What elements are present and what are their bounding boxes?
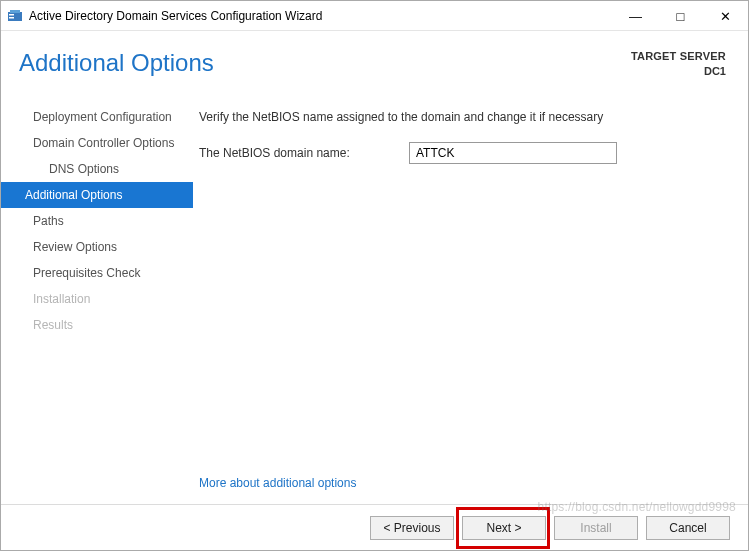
footer: < Previous Next > Install Cancel bbox=[1, 504, 748, 550]
cancel-button[interactable]: Cancel bbox=[646, 516, 730, 540]
netbios-row: The NetBIOS domain name: bbox=[199, 142, 718, 164]
instruction-text: Verify the NetBIOS name assigned to the … bbox=[199, 110, 718, 124]
target-server-block: TARGET SERVER DC1 bbox=[631, 49, 726, 80]
window-controls: — □ ✕ bbox=[613, 1, 748, 30]
sidebar-item-review-options[interactable]: Review Options bbox=[1, 234, 193, 260]
sidebar-item-prerequisites-check[interactable]: Prerequisites Check bbox=[1, 260, 193, 286]
previous-button[interactable]: < Previous bbox=[370, 516, 454, 540]
svg-rect-2 bbox=[9, 14, 14, 16]
sidebar-item-domain-controller-options[interactable]: Domain Controller Options bbox=[1, 130, 193, 156]
titlebar: Active Directory Domain Services Configu… bbox=[1, 1, 748, 31]
sidebar-item-deployment-configuration[interactable]: Deployment Configuration bbox=[1, 104, 193, 130]
header: Additional Options TARGET SERVER DC1 bbox=[1, 31, 748, 92]
netbios-label: The NetBIOS domain name: bbox=[199, 146, 409, 160]
sidebar-item-paths[interactable]: Paths bbox=[1, 208, 193, 234]
sidebar-item-results: Results bbox=[1, 312, 193, 338]
install-button[interactable]: Install bbox=[554, 516, 638, 540]
minimize-button[interactable]: — bbox=[613, 1, 658, 31]
app-icon bbox=[7, 8, 23, 24]
svg-rect-0 bbox=[8, 12, 22, 21]
sidebar-item-additional-options[interactable]: Additional Options bbox=[1, 182, 193, 208]
maximize-button[interactable]: □ bbox=[658, 1, 703, 31]
body: Deployment ConfigurationDomain Controlle… bbox=[1, 92, 748, 504]
more-about-link[interactable]: More about additional options bbox=[199, 476, 718, 490]
close-button[interactable]: ✕ bbox=[703, 1, 748, 31]
next-button[interactable]: Next > bbox=[462, 516, 546, 540]
target-server-label: TARGET SERVER bbox=[631, 49, 726, 64]
window-title: Active Directory Domain Services Configu… bbox=[29, 9, 613, 23]
content-panel: Verify the NetBIOS name assigned to the … bbox=[193, 92, 748, 504]
target-server-host: DC1 bbox=[631, 64, 726, 79]
page-title: Additional Options bbox=[19, 49, 214, 77]
sidebar-item-installation: Installation bbox=[1, 286, 193, 312]
sidebar-item-dns-options[interactable]: DNS Options bbox=[1, 156, 193, 182]
svg-rect-1 bbox=[10, 10, 20, 13]
sidebar: Deployment ConfigurationDomain Controlle… bbox=[1, 92, 193, 504]
netbios-input[interactable] bbox=[409, 142, 617, 164]
svg-rect-3 bbox=[9, 17, 14, 19]
